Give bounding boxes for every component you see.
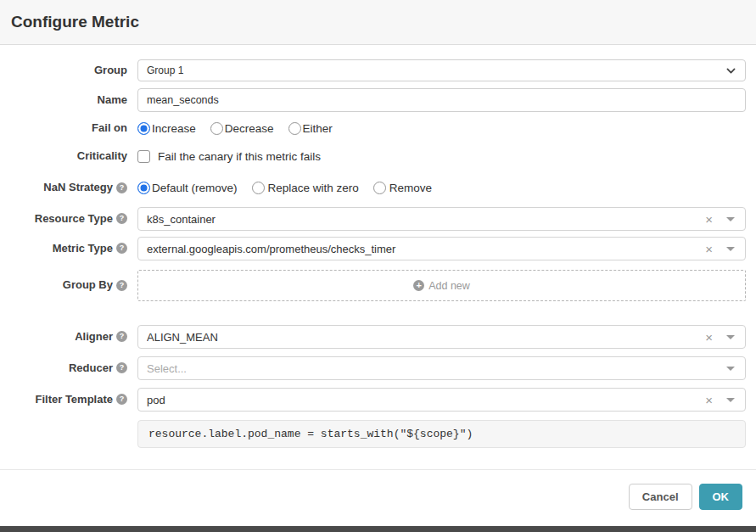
fail-on-option-label: Increase [152, 122, 196, 135]
add-new-label: Add new [428, 280, 470, 292]
criticality-label: Criticality [10, 150, 127, 162]
criticality-checkbox-label: Fail the canary if this metric fails [158, 150, 321, 163]
caret-down-icon[interactable] [726, 247, 735, 251]
filter-template-row: Filter Template ? pod × [10, 388, 746, 412]
metric-type-row: Metric Type ? external.googleapis.com/pr… [10, 237, 746, 260]
nan-strategy-label: NaN Strategy [43, 182, 113, 193]
plus-circle-icon: + [413, 280, 424, 291]
fail-on-option-label: Either [303, 122, 333, 135]
ok-button[interactable]: OK [699, 484, 743, 510]
nan-strategy-row: NaN Strategy ? Default (remove) Replace … [10, 182, 746, 194]
reducer-label: Reducer [69, 362, 113, 374]
reducer-placeholder: Select... [147, 362, 726, 375]
aligner-select[interactable]: ALIGN_MEAN × [137, 325, 746, 349]
help-icon[interactable]: ? [116, 182, 127, 193]
fail-on-option-increase[interactable]: Increase [137, 122, 196, 135]
help-icon[interactable]: ? [116, 243, 127, 254]
name-row: Name [10, 88, 746, 112]
aligner-row: Aligner ? ALIGN_MEAN × [10, 325, 746, 349]
radio-icon[interactable] [252, 182, 265, 194]
criticality-checkbox-option[interactable]: Fail the canary if this metric fails [137, 150, 321, 163]
caret-down-icon[interactable] [726, 398, 735, 402]
fail-on-label: Fail on [10, 122, 127, 134]
group-by-label: Group By [63, 279, 113, 291]
criticality-row: Criticality Fail the canary if this metr… [10, 150, 746, 163]
aligner-label: Aligner [75, 331, 113, 343]
group-by-add-new-button[interactable]: + Add new [137, 270, 746, 301]
metric-type-select[interactable]: external.googleapis.com/prometheus/check… [137, 237, 746, 260]
clear-icon[interactable]: × [705, 331, 713, 344]
nan-option-label: Replace with zero [268, 182, 359, 194]
nan-option-replace-zero[interactable]: Replace with zero [252, 182, 359, 194]
modal-header: Configure Metric [0, 0, 756, 45]
bottom-divider-bar [0, 526, 756, 532]
clear-icon[interactable]: × [705, 243, 713, 255]
checkbox-icon[interactable] [137, 150, 150, 163]
name-label: Name [10, 94, 127, 106]
cancel-button[interactable]: Cancel [629, 484, 692, 510]
help-icon[interactable]: ? [116, 213, 127, 224]
resource-type-label: Resource Type [35, 213, 113, 225]
fail-on-option-either[interactable]: Either [288, 122, 333, 135]
name-input[interactable] [137, 88, 746, 112]
nan-option-label: Default (remove) [152, 182, 238, 194]
nan-option-default[interactable]: Default (remove) [137, 182, 238, 194]
fail-on-row: Fail on Increase Decrease Either [10, 122, 746, 135]
caret-down-icon[interactable] [726, 335, 735, 339]
help-icon[interactable]: ? [116, 362, 127, 373]
group-select-value: Group 1 [147, 64, 725, 76]
modal-body: Group Group 1 Name Fail on [0, 45, 756, 469]
reducer-select[interactable]: Select... [137, 356, 746, 380]
clear-icon[interactable]: × [705, 394, 713, 406]
group-by-row: Group By ? + Add new [10, 270, 746, 301]
caret-down-icon[interactable] [726, 217, 735, 221]
nan-option-label: Remove [389, 182, 432, 194]
radio-icon[interactable] [288, 122, 301, 135]
configure-metric-modal: Configure Metric Group Group 1 Name [0, 0, 756, 532]
resource-type-row: Resource Type ? k8s_container × [10, 207, 746, 231]
filter-preview-row: resource.label.pod_name = starts_with("$… [10, 420, 746, 448]
chevron-down-icon [725, 65, 736, 76]
filter-template-select[interactable]: pod × [137, 388, 746, 412]
radio-icon[interactable] [373, 182, 386, 194]
metric-type-value: external.googleapis.com/prometheus/check… [147, 243, 705, 255]
radio-icon[interactable] [137, 182, 150, 194]
caret-down-icon[interactable] [726, 367, 735, 371]
help-icon[interactable]: ? [116, 280, 127, 291]
filter-template-label: Filter Template [35, 394, 113, 406]
help-icon[interactable]: ? [116, 394, 127, 405]
page-title: Configure Metric [11, 13, 139, 31]
fail-on-option-label: Decrease [225, 122, 274, 135]
help-icon[interactable]: ? [116, 331, 127, 342]
fail-on-option-decrease[interactable]: Decrease [210, 122, 274, 135]
resource-type-value: k8s_container [147, 213, 705, 226]
nan-option-remove[interactable]: Remove [373, 182, 432, 194]
group-label: Group [10, 64, 127, 76]
group-row: Group Group 1 [10, 59, 746, 81]
group-select[interactable]: Group 1 [137, 59, 746, 81]
filter-preview-code: resource.label.pod_name = starts_with("$… [137, 420, 746, 448]
reducer-row: Reducer ? Select... [10, 356, 746, 380]
filter-template-value: pod [147, 394, 705, 406]
resource-type-select[interactable]: k8s_container × [137, 207, 746, 231]
aligner-value: ALIGN_MEAN [147, 331, 705, 344]
modal-footer: Cancel OK [0, 469, 756, 526]
radio-icon[interactable] [210, 122, 223, 135]
metric-type-label: Metric Type [53, 243, 113, 255]
clear-icon[interactable]: × [705, 213, 713, 226]
radio-icon[interactable] [137, 122, 150, 135]
